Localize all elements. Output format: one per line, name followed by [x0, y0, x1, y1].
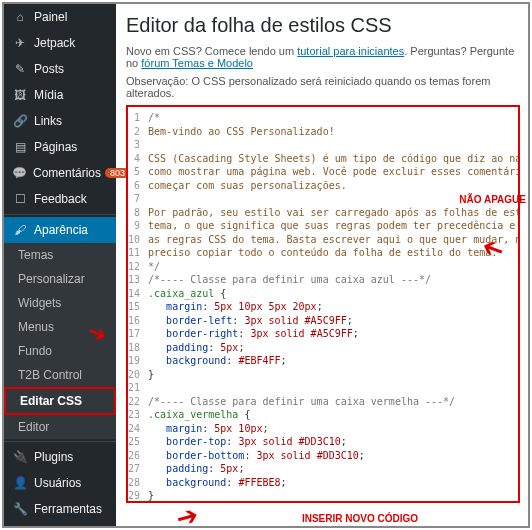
sidebar-item-label: Feedback	[34, 192, 87, 206]
sidebar-item-label: Comentários	[33, 166, 101, 180]
sidebar-item[interactable]: 🔧Ferramentas	[4, 496, 116, 522]
intro-text: Novo em CSS? Comece lendo um tutorial pa…	[126, 45, 520, 69]
sidebar-item-appearance[interactable]: 🖌 Aparência	[4, 217, 116, 243]
sidebar-subitem[interactable]: Editor	[4, 415, 116, 439]
sidebar-subitem[interactable]: Personalizar	[4, 267, 116, 291]
menu-icon: ☐	[12, 192, 28, 206]
sidebar-item-label: Posts	[34, 62, 64, 76]
menu-icon: 🖼	[12, 88, 28, 102]
code-area[interactable]: /*Bem-vindo ao CSS Personalizado! CSS (C…	[144, 109, 520, 499]
menu-icon: 🔌	[12, 450, 28, 464]
annotation-bottom: INSERIR NOVO CÓDIGO	[302, 513, 418, 524]
sidebar-item-label: Jetpack	[34, 36, 75, 50]
sidebar-item-label: Usuários	[34, 476, 81, 490]
sidebar-item-label: Plugins	[34, 450, 73, 464]
menu-icon: ⌂	[12, 10, 28, 24]
sidebar-item[interactable]: 🔗Links	[4, 108, 116, 134]
sidebar-item-label: Painel	[34, 10, 67, 24]
sidebar-item-label: Aparência	[34, 223, 88, 237]
css-editor[interactable]: 1234567891011121314151617181920212223242…	[126, 105, 520, 503]
page-title: Editor da folha de estilos CSS	[126, 14, 520, 37]
sidebar-item[interactable]: ☐Feedback	[4, 186, 116, 212]
menu-icon: ✈	[12, 36, 28, 50]
sidebar-item-label: Mídia	[34, 88, 63, 102]
menu-icon: 💬	[12, 166, 27, 180]
sidebar-item[interactable]: ✎Posts	[4, 56, 116, 82]
sidebar-subitem[interactable]: Editar CSS	[4, 387, 116, 415]
sidebar-item[interactable]: ✈Jetpack	[4, 30, 116, 56]
menu-icon: 🔗	[12, 114, 28, 128]
note-text: Observação: O CSS personalizado será rei…	[126, 75, 520, 99]
main-content: Editor da folha de estilos CSS Novo em C…	[116, 4, 528, 526]
tutorial-link[interactable]: tutorial para iniciantes	[297, 45, 404, 57]
brush-icon: 🖌	[12, 223, 28, 237]
admin-sidebar: ⌂Painel✈Jetpack✎Posts🖼Mídia🔗Links▤Página…	[4, 4, 116, 526]
menu-icon: ▤	[12, 140, 28, 154]
sidebar-subitem[interactable]: T2B Control	[4, 363, 116, 387]
menu-icon: 🔧	[12, 502, 28, 516]
sidebar-item[interactable]: 🖼Mídia	[4, 82, 116, 108]
sidebar-item[interactable]: 👤Usuários	[4, 470, 116, 496]
sidebar-item[interactable]: ▤Páginas	[4, 134, 116, 160]
sidebar-item-label: Páginas	[34, 140, 77, 154]
menu-icon: ✎	[12, 62, 28, 76]
sidebar-item[interactable]: 🔌Plugins	[4, 444, 116, 470]
annotation-right: NÃO APAGUE	[459, 194, 526, 205]
menu-icon: 👤	[12, 476, 28, 490]
sidebar-subitem[interactable]: Temas	[4, 243, 116, 267]
line-gutter: 1234567891011121314151617181920212223242…	[128, 109, 144, 499]
sidebar-item[interactable]: ⌂Painel	[4, 4, 116, 30]
forum-link[interactable]: fórum Temas e Modelo	[141, 57, 253, 69]
sidebar-item[interactable]: 💬Comentários803	[4, 160, 116, 186]
sidebar-item-label: Ferramentas	[34, 502, 102, 516]
sidebar-subitem[interactable]: Widgets	[4, 291, 116, 315]
sidebar-item-label: Links	[34, 114, 62, 128]
sidebar-item[interactable]: ⚙Configurações	[4, 522, 116, 530]
